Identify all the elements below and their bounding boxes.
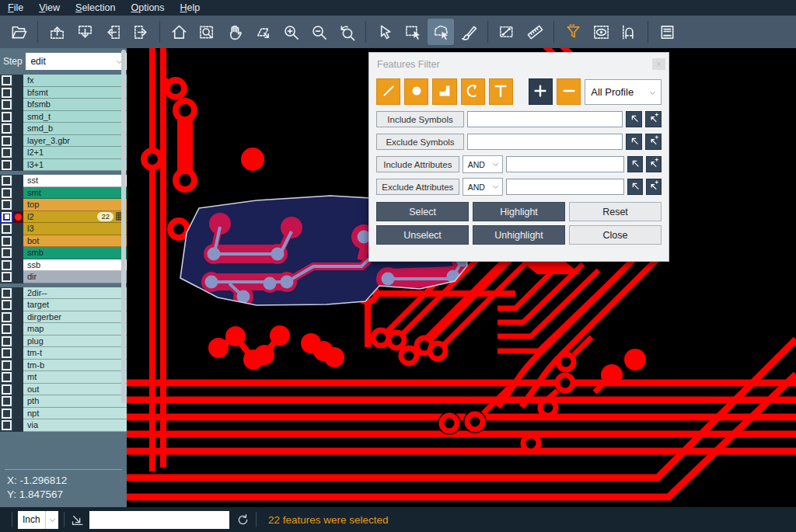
layer-name[interactable]: pth	[23, 395, 127, 408]
layer-row-plug[interactable]: plug	[0, 336, 127, 348]
pick-add-from-canvas-button[interactable]	[645, 134, 662, 150]
refresh-icon[interactable]	[236, 513, 250, 527]
add-filter-button[interactable]	[529, 78, 553, 105]
layer-visibility-cell[interactable]	[0, 99, 13, 111]
layer-name[interactable]: 2dir--	[23, 287, 127, 300]
layer-row-fx[interactable]: fx	[0, 75, 127, 87]
highlight-view-button[interactable]	[588, 19, 614, 45]
layer-visibility-cell[interactable]	[0, 223, 13, 235]
layer-name[interactable]: bfsmb	[23, 99, 127, 111]
layer-checkbox[interactable]	[2, 324, 12, 334]
layer-checkbox[interactable]	[2, 248, 12, 258]
layer-status-cell[interactable]	[13, 99, 23, 111]
layer-row-target[interactable]: target	[0, 299, 127, 311]
menu-item-options[interactable]: Options	[123, 1, 172, 15]
include-symbols-button[interactable]: Include Symbols	[376, 111, 464, 127]
units-select[interactable]: Inch	[18, 511, 58, 529]
layer-checkbox[interactable]	[2, 99, 12, 110]
layer-row-sst[interactable]: sst	[0, 175, 127, 187]
layer-checkbox[interactable]	[2, 348, 12, 358]
layer-row-dir[interactable]: dir	[0, 271, 127, 283]
ruler-button[interactable]	[522, 19, 548, 45]
layer-name[interactable]: tm-t	[23, 347, 127, 360]
reset-button[interactable]: Reset	[569, 202, 662, 221]
select-polygon-button[interactable]	[428, 19, 454, 45]
layer-status-cell[interactable]	[13, 123, 23, 135]
layer-visibility-cell[interactable]	[0, 87, 13, 99]
layer-name[interactable]: dir	[23, 271, 127, 283]
menu-item-file[interactable]: File	[0, 1, 31, 15]
layer-visibility-cell[interactable]	[0, 311, 13, 324]
layer-row-npt[interactable]: npt	[0, 408, 127, 420]
layer-status-cell[interactable]	[13, 371, 23, 384]
layer-visibility-cell[interactable]	[0, 235, 13, 248]
layer-status-cell[interactable]	[13, 211, 23, 224]
shift-right-button[interactable]	[127, 19, 154, 45]
layer-status-cell[interactable]	[13, 75, 23, 87]
layer-visibility-cell[interactable]	[0, 147, 13, 159]
layer-name[interactable]: bfsmt	[23, 87, 127, 99]
layer-checkbox[interactable]	[2, 148, 12, 158]
layer-checkbox[interactable]	[2, 420, 12, 430]
layer-row-smt[interactable]: smt	[0, 187, 127, 200]
layer-status-cell[interactable]	[13, 323, 23, 336]
layer-status-cell[interactable]	[13, 87, 23, 99]
layer-visibility-cell[interactable]	[0, 347, 13, 360]
layer-checkbox[interactable]	[2, 260, 12, 270]
layer-checkbox[interactable]	[2, 312, 12, 322]
layer-status-cell[interactable]	[13, 287, 23, 300]
zoom-out-button[interactable]	[305, 19, 332, 45]
layer-visibility-cell[interactable]	[0, 371, 13, 384]
open-folder-button[interactable]	[5, 19, 32, 45]
layer-visibility-cell[interactable]	[0, 299, 13, 311]
layer-status-cell[interactable]	[13, 360, 23, 372]
zoom-in-button[interactable]	[278, 19, 304, 45]
layer-checkbox[interactable]	[2, 396, 12, 406]
exclude-attributes-input[interactable]	[506, 179, 624, 195]
layer-row-tm-t[interactable]: tm-t	[0, 347, 127, 360]
select-button[interactable]: Select	[376, 202, 469, 221]
pick-add-from-canvas-button[interactable]	[645, 111, 662, 127]
layer-name[interactable]: fx	[23, 75, 127, 87]
layer-row-bfsmt[interactable]: bfsmt	[0, 87, 127, 99]
corner-angle-icon[interactable]	[70, 513, 85, 527]
layer-row-top[interactable]: top	[0, 199, 127, 211]
layer-checkbox[interactable]	[2, 360, 12, 370]
step-select[interactable]: edit	[26, 53, 127, 70]
layer-checkbox[interactable]	[2, 288, 12, 298]
layer-name[interactable]: dirgerber	[23, 311, 127, 324]
layer-name[interactable]: l3+1	[23, 159, 127, 172]
menu-item-help[interactable]: Help	[173, 1, 208, 15]
layer-status-cell[interactable]	[13, 159, 23, 172]
profile-select[interactable]: All Profile	[585, 79, 662, 105]
layer-row-out[interactable]: out	[0, 384, 127, 396]
layer-visibility-cell[interactable]	[0, 175, 13, 187]
layer-status-cell[interactable]	[13, 395, 23, 408]
layer-status-cell[interactable]	[13, 223, 23, 235]
layer-row-dirgerber[interactable]: dirgerber	[0, 311, 127, 324]
highlight-button[interactable]: Highlight	[473, 202, 565, 221]
layer-status-cell[interactable]	[13, 235, 23, 248]
layer-name[interactable]: smd_t	[23, 111, 127, 123]
layer-status-cell[interactable]	[13, 419, 23, 432]
layer-name[interactable]: smd_b	[23, 123, 127, 135]
layer-visibility-cell[interactable]	[0, 408, 13, 420]
dialog-close-button[interactable]	[652, 58, 665, 70]
layer-visibility-cell[interactable]	[0, 75, 13, 87]
layer-checkbox[interactable]	[2, 384, 12, 395]
layer-row-smd_b[interactable]: smd_b	[0, 123, 127, 135]
layer-checkbox[interactable]	[2, 160, 12, 170]
layer-name[interactable]: l3	[23, 223, 127, 235]
layer-row-l2+1[interactable]: l2+1	[0, 147, 127, 159]
layer-visibility-cell[interactable]	[0, 287, 13, 300]
layer-visibility-cell[interactable]	[0, 323, 13, 336]
unselect-button[interactable]: Unselect	[376, 225, 469, 245]
line-tool-button[interactable]	[376, 78, 400, 105]
unhighlight-button[interactable]: Unhighlight	[473, 225, 565, 245]
layer-status-cell[interactable]	[13, 336, 23, 348]
layer-row-smd_t[interactable]: smd_t	[0, 111, 127, 123]
layer-visibility-cell[interactable]	[0, 187, 13, 200]
layer-checkbox[interactable]	[2, 409, 12, 419]
exclude-symbols-button[interactable]: Exclude Symbols	[376, 134, 464, 150]
layer-name[interactable]: layer_3.gbr	[23, 135, 127, 148]
